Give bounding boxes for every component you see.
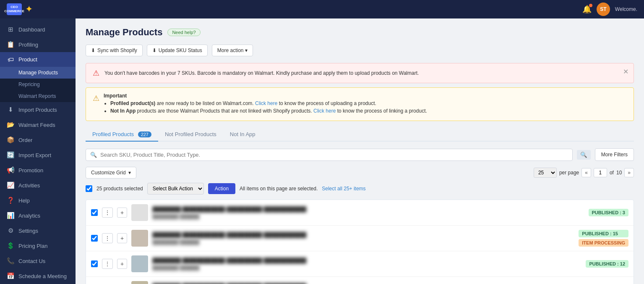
- first-page-button[interactable]: «: [581, 168, 591, 177]
- sidebar-item-label: Profiling: [18, 42, 38, 48]
- row-checkbox[interactable]: [91, 209, 98, 216]
- sidebar-item-dashboard[interactable]: ⊞ Dashboard: [0, 22, 76, 37]
- select-all-link[interactable]: Select all 25+ items: [322, 186, 365, 192]
- tabs-row: Profiled Products 227 Not Profiled Produ…: [86, 128, 634, 142]
- sidebar-item-import-export[interactable]: 🔄 Import Export: [0, 147, 76, 163]
- product-table: ⋮ + ████████ ████████████ ██████████ ███…: [86, 200, 634, 284]
- need-help-badge[interactable]: Need help?: [167, 29, 200, 36]
- navbar-logo: CEOCOMMERCE ✦: [7, 3, 33, 15]
- search-icon: 🔍: [90, 152, 97, 158]
- action-button[interactable]: Action: [208, 183, 235, 194]
- bulk-action-select[interactable]: Select Bulk Action: [147, 183, 204, 195]
- per-page-select[interactable]: 25 50 100: [534, 168, 557, 178]
- row-add-button[interactable]: +: [117, 259, 127, 269]
- content-area: Manage Products Need help? ⬇ Sync with S…: [76, 18, 644, 284]
- sidebar-item-activities[interactable]: 📈 Activities: [0, 178, 76, 193]
- update-sku-label: Update SKU Status: [159, 47, 202, 53]
- sidebar-item-walmart-feeds[interactable]: 📂 Walmart Feeds: [0, 117, 76, 132]
- status-badge: PUBLISHED : 3: [589, 209, 628, 216]
- sync-shopify-button[interactable]: ⬇ Sync with Shopify: [86, 45, 143, 56]
- analytics-icon: 📊: [7, 212, 14, 219]
- row-menu-button[interactable]: ⋮: [102, 259, 113, 269]
- search-input[interactable]: [100, 152, 568, 158]
- main-layout: ⊞ Dashboard 📋 Profiling 🏷 Product Manage…: [0, 18, 644, 284]
- row-add-button[interactable]: +: [117, 233, 127, 243]
- sidebar-item-product[interactable]: 🏷 Product: [0, 52, 76, 67]
- tab-badge: 227: [138, 131, 151, 137]
- logo-icon[interactable]: CEOCOMMERCE: [7, 3, 22, 15]
- avatar[interactable]: ST: [597, 3, 610, 16]
- product-info: ████████ ████████████ ██████████ ███████…: [152, 257, 581, 271]
- sidebar-item-order[interactable]: 📦 Order: [0, 132, 76, 147]
- more-action-button[interactable]: More action ▾: [212, 45, 253, 56]
- sidebar-sub-manage-products[interactable]: Manage Products: [0, 67, 76, 79]
- tab-not-profiled-products[interactable]: Not Profiled Products: [158, 128, 223, 142]
- alert-close-button[interactable]: ✕: [623, 68, 628, 76]
- more-filters-button[interactable]: More Filters: [595, 148, 634, 161]
- row-menu-button[interactable]: ⋮: [102, 208, 113, 218]
- sidebar-sub-walmart-reports[interactable]: Walmart Reports: [0, 90, 76, 102]
- alert-red-icon: ⚠: [93, 68, 99, 78]
- sidebar-item-settings[interactable]: ⚙ Settings: [0, 223, 76, 238]
- product-info: ████████ ████████████ ██████████ ███████…: [152, 205, 584, 220]
- sidebar-sub-repricing[interactable]: Repricing: [0, 79, 76, 90]
- customize-grid-button[interactable]: Customize Grid ▾: [86, 167, 136, 179]
- product-info: ████████ ████████████ ██████████ ███████…: [152, 282, 581, 284]
- order-icon: 📦: [7, 136, 14, 144]
- row-checkbox[interactable]: [91, 260, 98, 267]
- tab-profiled-products[interactable]: Profiled Products 227: [86, 128, 158, 142]
- click-here-link-2[interactable]: Click here: [313, 108, 336, 114]
- contact-us-icon: 📞: [7, 257, 14, 265]
- navbar-right: 🔔 ST Welcome.: [582, 3, 637, 16]
- welcome-text: Welcome.: [615, 6, 637, 12]
- sidebar-item-label: Order: [18, 137, 32, 143]
- help-icon: ❓: [7, 197, 14, 204]
- processing-badge: ITEM PROCESSING: [579, 239, 628, 247]
- table-row: ⋮ + ████████ ████████████ ██████████ ███…: [86, 226, 634, 251]
- sidebar-item-label: Promotion: [18, 167, 43, 174]
- sync-label: Sync with Shopify: [97, 47, 137, 53]
- sidebar-item-label: Walmart Feeds: [18, 122, 55, 128]
- sidebar-item-contact-us[interactable]: 📞 Contact Us: [0, 253, 76, 268]
- sidebar-item-profiling[interactable]: 📋 Profiling: [0, 37, 76, 52]
- profiling-icon: 📋: [7, 41, 14, 48]
- table-row: ⋮ + ████████ ████████████ ██████████ ███…: [86, 200, 634, 226]
- sidebar-item-promotion[interactable]: 📢 Promotion: [0, 163, 76, 178]
- status-badge: PUBLISHED : 12: [586, 260, 628, 268]
- tab-not-in-app[interactable]: Not In App: [223, 128, 262, 142]
- alert-heading: Important: [104, 93, 127, 99]
- product-meta: ████████ ██████: [152, 239, 574, 246]
- search-box: 🔍: [86, 149, 573, 161]
- page-number-input[interactable]: [594, 168, 607, 177]
- notification-dot: [589, 4, 592, 7]
- sidebar-item-analytics[interactable]: 📊 Analytics: [0, 208, 76, 223]
- navbar: CEOCOMMERCE ✦ 🔔 ST Welcome.: [0, 0, 644, 18]
- click-here-link-1[interactable]: Click here: [255, 100, 277, 106]
- row-add-button[interactable]: +: [117, 208, 127, 218]
- tab-label: Not Profiled Products: [165, 131, 216, 137]
- sync-icon: ⬇: [91, 47, 95, 53]
- tab-label: Not In App: [230, 131, 256, 137]
- update-icon: ⬇: [152, 47, 156, 53]
- notification-icon[interactable]: 🔔: [582, 5, 592, 14]
- sidebar-item-help[interactable]: ❓ Help: [0, 193, 76, 208]
- sidebar-item-label: Activities: [18, 182, 40, 189]
- search-button[interactable]: 🔍: [577, 150, 591, 160]
- walmart-star-icon: ✦: [25, 4, 33, 15]
- status-badge: PUBLISHED : 15: [579, 230, 628, 237]
- update-sku-button[interactable]: ⬇ Update SKU Status: [147, 45, 208, 56]
- page-header: Manage Products Need help?: [86, 27, 634, 38]
- sidebar-item-label: Import Export: [18, 152, 51, 158]
- row-checkbox[interactable]: [91, 235, 98, 242]
- customize-grid-label: Customize Grid: [91, 170, 126, 176]
- promotion-icon: 📢: [7, 166, 14, 174]
- dashboard-icon: ⊞: [7, 26, 14, 33]
- action-bar: ⬇ Sync with Shopify ⬇ Update SKU Status …: [86, 45, 634, 56]
- sidebar-item-schedule-meeting[interactable]: 📅 Schedule a Meeting: [0, 268, 76, 284]
- page-title: Manage Products: [86, 27, 162, 38]
- last-page-button[interactable]: »: [624, 168, 634, 177]
- select-all-checkbox[interactable]: [86, 185, 92, 192]
- sidebar-item-import-products[interactable]: ⬇ Import Products: [0, 102, 76, 117]
- row-menu-button[interactable]: ⋮: [102, 233, 113, 243]
- sidebar-item-pricing-plan[interactable]: 💲 Pricing Plan: [0, 238, 76, 253]
